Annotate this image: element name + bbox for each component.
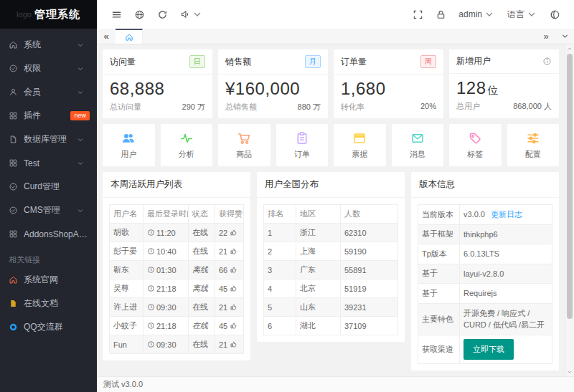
tabs-scroll-left-button[interactable]: «: [97, 29, 116, 44]
lock-screen-button[interactable]: [430, 0, 451, 29]
tab-home[interactable]: [116, 29, 143, 44]
sidebar-item-test[interactable]: Test: [0, 151, 97, 175]
table-row[interactable]: 彭于晏 10:40 在线 21: [110, 242, 244, 261]
version-info-card: 版本信息 当前版本 v3.0.0更新日志 基于框架thinkphp6 Tp版本6…: [411, 172, 559, 371]
user-icon: [9, 87, 18, 97]
username: admin: [458, 9, 482, 19]
stat-foot-value: 868,000 人: [513, 101, 552, 112]
chevron-up-icon: [567, 46, 573, 52]
quick-tile-tags[interactable]: 标签: [449, 124, 502, 166]
sidebar-link-qq-group[interactable]: QQ交流群: [0, 315, 97, 339]
users-icon: [121, 131, 136, 145]
stat-foot-value: 20%: [420, 102, 436, 113]
sidebar-item-addons[interactable]: AddonsShopAdvposition: [0, 222, 97, 246]
stat-foot-value: 880 万: [298, 102, 321, 113]
table-row[interactable]: 靳东 01:30 离线 66: [110, 261, 244, 279]
collapse-menu-button[interactable]: [105, 0, 127, 29]
stat-card-sales: 销售额 月 ¥160,000 总销售额 880 万: [218, 49, 328, 118]
footer-version-text: 测试 v3.0.0: [103, 379, 143, 390]
content-scrollbar[interactable]: [565, 44, 574, 376]
quick-tile-label: 消息: [410, 149, 425, 160]
quick-tile-analysis[interactable]: 分析: [161, 124, 213, 166]
table-row[interactable]: 许上进 09:30 在线 21: [110, 298, 244, 317]
sidebar-item-database[interactable]: 数据库管理: [0, 128, 97, 151]
stat-unit: 位: [488, 84, 499, 96]
table-row: Tp版本6.0.13LTS: [418, 244, 552, 264]
tabs-menu-button[interactable]: [555, 29, 574, 44]
column-header: 最后登录时间: [144, 205, 189, 224]
site-home-button[interactable]: [128, 0, 150, 29]
download-button[interactable]: 立即下载: [464, 339, 514, 360]
refresh-button[interactable]: [151, 0, 173, 29]
scroll-down-arrow[interactable]: [565, 368, 574, 376]
tabs-scroll-right-button[interactable]: »: [537, 29, 555, 44]
table-row[interactable]: 小蚊子 21:18 在线 45: [110, 317, 244, 335]
quick-links-row: 用户 分析 商品 订单 票据: [103, 124, 559, 166]
stat-card-new-users: 新增用户 128位 总用户 868,000 人: [449, 49, 559, 118]
scroll-up-arrow[interactable]: [565, 44, 574, 53]
table-row[interactable]: 6湖北37109: [264, 317, 398, 335]
theme-button[interactable]: [544, 0, 565, 29]
quick-tile-label: 订单: [294, 149, 310, 160]
user-dropdown[interactable]: admin: [453, 0, 500, 29]
sidebar-item-permissions[interactable]: 权限: [0, 57, 97, 80]
tag-icon: [468, 131, 482, 145]
table-row[interactable]: 3广东55891: [264, 261, 398, 279]
distribution-card: 用户全国分布 排名 地区 人数 1浙江62310 2上海59190 3广东558…: [257, 172, 405, 342]
chevron-down-icon: [561, 32, 569, 40]
mail-icon: [410, 131, 425, 145]
quick-tile-label: 票据: [352, 149, 367, 160]
quick-tile-tickets[interactable]: 票据: [334, 124, 386, 166]
circle-check-icon: [9, 206, 18, 215]
quick-tile-messages[interactable]: 消息: [392, 124, 444, 166]
changelog-link[interactable]: 更新日志: [491, 210, 522, 219]
table-row[interactable]: 2上海59190: [264, 242, 398, 261]
table-row[interactable]: 胡歌 11:20 在线 22: [110, 224, 244, 242]
thumb-up-icon: [230, 266, 237, 274]
language-dropdown[interactable]: 语言: [502, 0, 542, 29]
sidebar-item-plugins[interactable]: 插件 new: [0, 104, 97, 128]
sidebar-link-online-docs[interactable]: 在线文档: [0, 292, 97, 315]
column-header: 用户名: [110, 205, 144, 224]
table-row[interactable]: 5山东39231: [264, 298, 398, 317]
thumb-up-icon: [230, 285, 237, 292]
period-badge-week: 周: [420, 55, 436, 68]
sidebar-item-curd[interactable]: Curd管理: [0, 175, 97, 199]
lock-icon: [436, 9, 446, 20]
info-icon[interactable]: [542, 57, 552, 66]
globe-icon: [134, 9, 145, 20]
period-badge-month: 月: [305, 55, 321, 68]
table-row[interactable]: 吴尊 21:18 离线 45: [110, 279, 244, 298]
fullscreen-button[interactable]: [407, 0, 428, 29]
active-users-card: 本周活跃用户列表 用户名 最后登录时间 状态 获得赞 胡歌: [103, 172, 250, 360]
sidebar-item-label: Test: [24, 158, 77, 168]
quick-tile-orders[interactable]: 订单: [276, 124, 329, 166]
table-row[interactable]: 4北京51919: [264, 279, 398, 298]
column-header: 状态: [189, 205, 215, 224]
table-row[interactable]: 1浙江62310: [264, 224, 398, 242]
chevron-down-icon: [77, 42, 84, 49]
table-row[interactable]: Fun 09:30 在线 21: [110, 335, 244, 354]
quick-tile-users[interactable]: 用户: [103, 124, 155, 166]
logo-placeholder: logo: [17, 10, 32, 19]
grid-icon: [9, 111, 18, 120]
chevron-down-icon: [77, 207, 84, 214]
sidebar-item-cms[interactable]: CMS管理: [0, 199, 97, 222]
quick-tile-label: 标签: [467, 149, 483, 160]
sidebar-item-label: 数据库管理: [24, 133, 77, 145]
stat-foot-value: 290 万: [182, 102, 205, 113]
quick-tile-goods[interactable]: 商品: [218, 124, 270, 166]
refresh-icon: [157, 9, 168, 20]
pulse-icon: [179, 131, 194, 145]
clock-icon: [147, 340, 155, 348]
fullscreen-icon: [413, 9, 423, 20]
quick-tile-settings[interactable]: 配置: [507, 124, 560, 166]
stat-title: 销售额: [225, 56, 251, 68]
announcement-dropdown[interactable]: [174, 0, 208, 29]
scrollbar-thumb[interactable]: [567, 54, 573, 319]
sidebar-item-members[interactable]: 会员: [0, 80, 97, 104]
sidebar-link-official-site[interactable]: 系统官网: [0, 268, 97, 292]
sidebar-item-system[interactable]: 系统: [0, 33, 97, 57]
table-row: 基于Requirejs: [418, 284, 552, 304]
stat-foot-label: 总用户: [456, 101, 480, 112]
